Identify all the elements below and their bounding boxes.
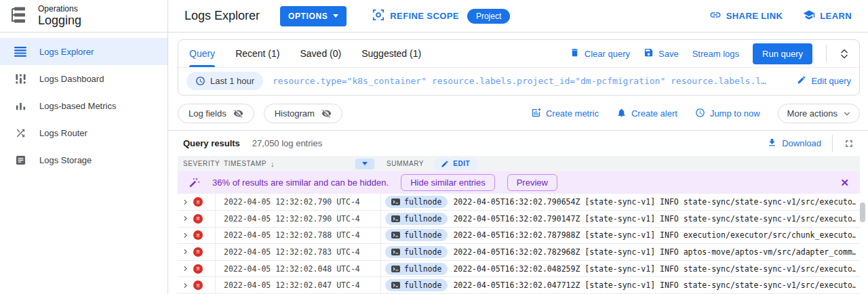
close-icon[interactable]: ✕ [840,177,849,188]
timestamp-dropdown-button[interactable] [355,159,374,169]
container-badge[interactable]: fullnode [385,279,448,291]
sidebar-item-logs-router[interactable]: Logs Router [0,119,167,146]
log-summary-text: 2022-04-05T16:32:02.790654Z [state-sync-… [453,197,856,207]
stream-logs-button[interactable]: Stream logs [692,49,739,59]
tab-suggested[interactable]: Suggested (1) [361,40,421,67]
chevron-down-icon [362,162,368,165]
results-toolbar: Log fields Histogram [178,104,860,123]
tab-saved[interactable]: Saved (0) [300,40,341,67]
download-icon [767,138,777,150]
badge-label: fullnode [404,247,441,257]
severity-cell: !! [178,211,216,227]
expand-chevron-icon[interactable] [181,198,190,207]
log-row[interactable]: !! 2022-04-05 12:32:02.790 UTC-4 fullnod… [178,211,860,228]
body: Logs Explorer Logs Dashboard Logs-based … [0,33,868,294]
refine-scope-button[interactable]: REFINE SCOPE [372,9,459,23]
sidebar-item-label: Logs Explorer [39,47,94,57]
collapse-expand-button[interactable] [840,49,848,59]
tab-query[interactable]: Query [189,40,215,67]
terminal-icon [391,282,400,289]
container-badge[interactable]: fullnode [385,263,448,275]
share-link-button[interactable]: SHARE LINK [709,9,783,23]
time-range-chip[interactable]: Last 1 hour [186,72,263,90]
badge-label: fullnode [404,280,441,290]
table-header: SEVERITY TIMESTAMP ↓ SUMMARY EDIT [178,156,860,171]
save-label: Save [658,49,679,59]
summary-cell: fullnode 2022-04-05T16:32:02.782968Z [st… [381,244,860,260]
sidebar-item-logs-explorer[interactable]: Logs Explorer [0,38,167,65]
vertical-scrollbar[interactable] [860,203,865,222]
preview-button[interactable]: Preview [507,174,557,191]
sidebar-item-label: Logs-based Metrics [39,101,116,111]
create-metric-button[interactable]: Create metric [531,108,599,120]
expand-chevron-icon[interactable] [181,281,190,290]
edit-summary-button[interactable]: EDIT [433,158,477,170]
histogram-toggle[interactable]: Histogram [264,104,342,123]
logging-logo-icon [8,5,28,28]
query-actions: Clear query Save Stream logs Run query [570,43,848,64]
download-label: Download [782,138,821,148]
logs-explorer-app: Operations Logging Logs Explorer OPTIONS… [0,0,868,294]
sort-descending-icon[interactable]: ↓ [271,160,275,168]
tab-recent[interactable]: Recent (1) [235,40,279,67]
expand-chevron-icon[interactable] [181,247,190,256]
hide-similar-entries-button[interactable]: Hide similar entries [401,174,495,191]
query-text[interactable]: resource.type="k8s_container" resource.l… [273,76,787,86]
sidebar-item-logs-dashboard[interactable]: Logs Dashboard [0,65,167,92]
more-actions-button[interactable]: More actions [778,104,860,123]
terminal-icon [391,249,400,255]
scope-project-badge[interactable]: Project [467,9,510,24]
link-icon [709,9,722,23]
container-badge[interactable]: fullnode [385,213,448,225]
clear-query-button[interactable]: Clear query [570,47,630,60]
error-severity-icon: !! [193,280,203,290]
query-results-section: Query results 27,050 log entries Downloa… [168,130,868,294]
badge-label: fullnode [404,230,441,240]
save-button[interactable]: Save [644,47,679,60]
sidebar-item-logs-storage[interactable]: Logs Storage [0,146,167,173]
sidebar-item-label: Logs Storage [39,155,92,165]
timestamp-cell: 2022-04-05 12:32:02.788 UTC-4 [216,228,381,244]
run-query-button[interactable]: Run query [753,43,812,64]
top-right-actions: SHARE LINK LEARN [709,9,852,23]
top-bar: Operations Logging Logs Explorer OPTIONS… [0,0,868,33]
options-button[interactable]: OPTIONS [280,6,347,26]
download-button[interactable]: Download [767,138,821,150]
header-main: Logs Explorer OPTIONS REFINE SCOPE Proje… [168,0,868,32]
query-panel: Query Recent (1) Saved (0) Suggested (1)… [178,39,860,96]
logs-explorer-icon [14,45,27,58]
expand-chevron-icon[interactable] [181,231,190,240]
log-row[interactable]: !! 2022-04-05 12:32:02.047 UTC-4 fullnod… [178,277,860,294]
log-summary-text: 2022-04-05T16:32:02.048259Z [state-sync-… [453,264,856,274]
fullscreen-icon[interactable] [844,138,854,149]
summary-cell: fullnode 2022-04-05T16:32:02.790147Z [st… [381,211,860,227]
save-icon [644,47,654,60]
badge-label: fullnode [404,197,441,207]
jump-to-now-button[interactable]: Jump to now [695,108,760,120]
more-actions-label: More actions [787,108,837,119]
edit-label: EDIT [453,160,470,167]
container-badge[interactable]: fullnode [385,229,448,241]
log-row[interactable]: !! 2022-04-05 12:32:02.048 UTC-4 fullnod… [178,261,860,278]
container-badge[interactable]: fullnode [385,246,448,258]
terminal-icon [391,266,400,272]
brand: Operations Logging [0,0,168,32]
log-fields-toggle[interactable]: Log fields [178,104,254,123]
column-timestamp[interactable]: TIMESTAMP ↓ [216,159,381,169]
container-badge[interactable]: fullnode [385,196,448,208]
product-name: Operations [38,4,81,14]
expand-chevron-icon[interactable] [181,214,190,223]
log-row[interactable]: !! 2022-04-05 12:32:02.790 UTC-4 fullnod… [178,194,860,211]
log-row[interactable]: !! 2022-04-05 12:32:02.783 UTC-4 fullnod… [178,244,860,261]
log-row[interactable]: !! 2022-04-05 12:32:02.788 UTC-4 fullnod… [178,228,860,245]
expand-chevron-icon[interactable] [181,264,190,273]
sidebar-item-logs-based-metrics[interactable]: Logs-based Metrics [0,92,167,119]
create-alert-button[interactable]: Create alert [616,108,677,120]
edit-query-button[interactable]: Edit query [797,75,851,87]
error-severity-icon: !! [193,214,203,224]
severity-cell: !! [178,261,216,277]
severity-cell: !! [178,228,216,244]
learn-button[interactable]: LEARN [803,9,852,23]
timestamp-cell: 2022-04-05 12:32:02.790 UTC-4 [216,211,381,227]
histogram-label: Histogram [275,108,315,119]
